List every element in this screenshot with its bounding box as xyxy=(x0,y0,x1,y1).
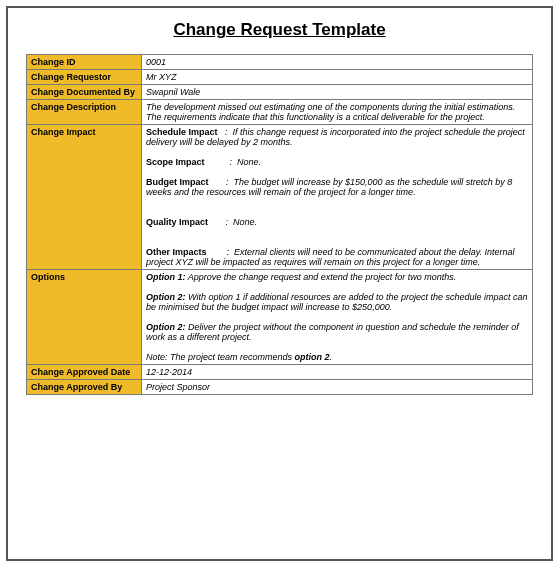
change-request-table: Change ID 0001 Change Requestor Mr XYZ C… xyxy=(26,54,533,395)
page-title: Change Request Template xyxy=(26,20,533,40)
label-approved-by: Change Approved By xyxy=(27,380,142,395)
label-change-requestor: Change Requestor xyxy=(27,70,142,85)
value-documented-by: Swapnil Wale xyxy=(142,85,533,100)
label-approved-date: Change Approved Date xyxy=(27,365,142,380)
value-change-description: The development missed out estimating on… xyxy=(142,100,533,125)
value-options: Option 1: Approve the change request and… xyxy=(142,270,533,365)
label-change-description: Change Description xyxy=(27,100,142,125)
impact-budget: Budget Impact : The budget will increase… xyxy=(146,177,528,197)
option-1: Option 1: Approve the change request and… xyxy=(146,272,528,282)
impact-scope: Scope Impact : None. xyxy=(146,157,528,167)
table-row: Change Description The development misse… xyxy=(27,100,533,125)
value-change-impact: Schedule Impact : If this change request… xyxy=(142,125,533,270)
label-documented-by: Change Documented By xyxy=(27,85,142,100)
impact-quality: Quality Impact : None. xyxy=(146,217,528,227)
impact-other: Other Impacts : External clients will ne… xyxy=(146,247,528,267)
label-change-id: Change ID xyxy=(27,55,142,70)
table-row: Change Approved By Project Sponsor xyxy=(27,380,533,395)
option-2b: Option 2: Deliver the project without th… xyxy=(146,322,528,342)
document-page: Change Request Template Change ID 0001 C… xyxy=(6,6,553,561)
value-change-requestor: Mr XYZ xyxy=(142,70,533,85)
impact-schedule: Schedule Impact : If this change request… xyxy=(146,127,528,147)
label-options: Options xyxy=(27,270,142,365)
table-row: Change Approved Date 12-12-2014 xyxy=(27,365,533,380)
label-change-impact: Change Impact xyxy=(27,125,142,270)
table-row: Change Documented By Swapnil Wale xyxy=(27,85,533,100)
table-row: Change Requestor Mr XYZ xyxy=(27,70,533,85)
table-row: Change ID 0001 xyxy=(27,55,533,70)
table-row: Change Impact Schedule Impact : If this … xyxy=(27,125,533,270)
table-row: Options Option 1: Approve the change req… xyxy=(27,270,533,365)
value-change-id: 0001 xyxy=(142,55,533,70)
options-note: Note: The project team recommends option… xyxy=(146,352,528,362)
value-approved-date: 12-12-2014 xyxy=(142,365,533,380)
option-2a: Option 2: With option 1 if additional re… xyxy=(146,292,528,312)
value-approved-by: Project Sponsor xyxy=(142,380,533,395)
